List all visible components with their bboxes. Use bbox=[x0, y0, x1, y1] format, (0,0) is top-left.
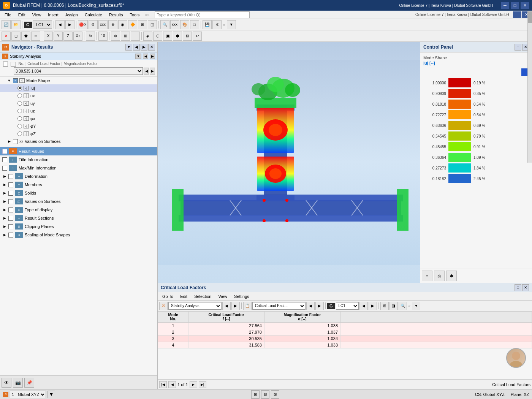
values-surfaces-checkbox[interactable] bbox=[13, 139, 18, 144]
ti-checkbox[interactable] bbox=[2, 157, 7, 162]
stability-next[interactable]: ▶ bbox=[150, 54, 155, 59]
bp-edit[interactable]: Edit bbox=[177, 293, 190, 299]
menu-assign[interactable]: Assign bbox=[62, 12, 81, 18]
cp-nav-checkbox[interactable] bbox=[8, 224, 13, 229]
stability-dropdown-arrow[interactable]: ▼ bbox=[135, 54, 141, 59]
tb2-select3[interactable]: ▣ bbox=[163, 32, 172, 41]
tb-next[interactable]: ▶ bbox=[65, 20, 74, 29]
bp-lc-next[interactable]: ▶ bbox=[369, 302, 377, 310]
cp-scale-btn[interactable]: ⚖ bbox=[434, 271, 445, 281]
bp-table-next[interactable]: ▶ bbox=[315, 302, 324, 310]
title-information-item[interactable]: T Title Information bbox=[0, 155, 157, 164]
tb-zoom1[interactable]: 🔍 bbox=[160, 20, 169, 29]
page-last[interactable]: ▶| bbox=[199, 381, 206, 388]
tb2-member[interactable]: ━ bbox=[31, 32, 40, 41]
sms-checkbox[interactable] bbox=[8, 233, 13, 238]
mm-checkbox[interactable] bbox=[2, 166, 7, 171]
scaling-mode-shapes-item[interactable]: ▶ ⇕ Scaling of Mode Shapes bbox=[0, 231, 157, 239]
mode-ux-radio[interactable] bbox=[17, 93, 22, 98]
stability-prev[interactable]: ◀ bbox=[143, 54, 148, 59]
tb-3d[interactable]: □ bbox=[190, 20, 199, 29]
mode-uy-item[interactable]: ┤ uy bbox=[0, 100, 157, 107]
bp-icon1[interactable]: ⊞ bbox=[380, 302, 389, 310]
nav-collapse[interactable]: ▼ bbox=[125, 44, 132, 51]
bp-table-icon[interactable]: 📋 bbox=[243, 302, 252, 310]
bp-goto[interactable]: Go To bbox=[159, 293, 176, 299]
nav-marker-btn[interactable]: 📌 bbox=[24, 378, 34, 388]
members-item[interactable]: ▶ ━ Members bbox=[0, 180, 157, 189]
page-prev[interactable]: ◀ bbox=[168, 381, 176, 388]
panel-minimize[interactable]: ─ bbox=[513, 11, 521, 18]
tb-settings[interactable]: ⚙ bbox=[89, 20, 98, 29]
tb2-surface[interactable]: ⬟ bbox=[21, 32, 30, 41]
tb2-size[interactable]: 10 bbox=[98, 32, 108, 41]
mode-shape-checkbox[interactable] bbox=[13, 78, 18, 83]
viewport-3d[interactable] bbox=[158, 42, 420, 283]
mode-u-item[interactable]: ┤ |u| bbox=[0, 84, 157, 92]
bp-selection[interactable]: Selection bbox=[191, 293, 214, 299]
sb-btn2[interactable]: ⊟ bbox=[261, 390, 269, 399]
mode-shape-parent[interactable]: ▼ ┤ Mode Shape bbox=[0, 77, 157, 84]
vsb-checkbox[interactable] bbox=[8, 199, 13, 204]
page-next[interactable]: ▶ bbox=[190, 381, 197, 388]
tb2-x[interactable]: X bbox=[44, 32, 53, 41]
restore-button[interactable]: □ bbox=[511, 2, 519, 9]
close-button[interactable]: ✕ bbox=[521, 2, 529, 9]
tb-zoom2[interactable]: xxx bbox=[170, 20, 179, 29]
bp-stab-next[interactable]: ▶ bbox=[231, 302, 240, 310]
mode-phiy-item[interactable]: ┤ φY bbox=[0, 122, 157, 130]
tb-icon1[interactable]: ⊕ bbox=[108, 20, 117, 29]
bp-table-selector[interactable]: Critical Load Fact... bbox=[252, 302, 306, 310]
tb-prev[interactable]: ◀ bbox=[55, 20, 65, 29]
bp-icon3[interactable]: 🔍 bbox=[399, 302, 407, 310]
bp-restore[interactable]: □ bbox=[515, 284, 521, 291]
keyword-search[interactable] bbox=[155, 11, 250, 18]
table-row[interactable]: 3 30.535 1.034 bbox=[158, 336, 532, 342]
mode-uz-item[interactable]: ┤ uz bbox=[0, 107, 157, 115]
def-checkbox[interactable] bbox=[8, 174, 13, 179]
menu-file[interactable]: File bbox=[2, 12, 14, 18]
values-surfaces-bottom[interactable]: ▶ ◫ Values on Surfaces bbox=[0, 197, 157, 206]
cp-filter-btn[interactable]: ✱ bbox=[446, 271, 457, 281]
mode-phix-radio[interactable] bbox=[17, 116, 22, 121]
td-checkbox[interactable] bbox=[8, 207, 13, 212]
deformation-item[interactable]: ▶ ~ Deformation bbox=[0, 172, 157, 180]
bp-stab-prev[interactable]: ◀ bbox=[222, 302, 231, 310]
bp-more[interactable]: ▼ bbox=[412, 302, 420, 310]
sol-checkbox[interactable] bbox=[8, 191, 13, 196]
tb-print[interactable]: 🖨 bbox=[212, 20, 222, 29]
result-sections-item[interactable]: ▶ ─ Result Sections bbox=[0, 214, 157, 222]
tb-icon3[interactable]: 🔶 bbox=[128, 20, 137, 29]
mode-prev-btn[interactable]: ◀ bbox=[144, 68, 149, 74]
rv-checkbox[interactable] bbox=[2, 149, 7, 154]
result-values-item[interactable]: ≡ Result Values bbox=[0, 147, 157, 155]
sb-btn3[interactable]: ⊠ bbox=[271, 390, 279, 399]
values-on-surfaces-tree[interactable]: ▶ xx Values on Surfaces bbox=[0, 138, 157, 145]
type-display-item[interactable]: ▶ ⊞ Type of display bbox=[0, 206, 157, 214]
bp-lc-selector[interactable]: LC1 bbox=[336, 302, 359, 310]
bp-stability-selector[interactable]: Stability Analysis bbox=[168, 302, 222, 310]
mode-u-radio[interactable] bbox=[17, 86, 22, 90]
bp-stab-icon[interactable]: S bbox=[159, 302, 168, 310]
menu-calculate[interactable]: Calculate bbox=[82, 12, 105, 18]
bp-close[interactable]: ✕ bbox=[522, 284, 529, 291]
tb-open[interactable]: 📂 bbox=[11, 20, 21, 29]
tb2-select4[interactable]: ⬢ bbox=[173, 32, 182, 41]
rs-checkbox[interactable] bbox=[8, 216, 13, 221]
tb-icon4[interactable]: ⊞ bbox=[138, 20, 147, 29]
menu-tools[interactable]: Tools bbox=[127, 12, 142, 18]
solids-item[interactable]: ▶ ◻ Solids bbox=[0, 189, 157, 197]
cp-scrollbar[interactable] bbox=[527, 42, 532, 163]
tb-new[interactable]: 🔄 bbox=[2, 20, 11, 29]
page-first[interactable]: |◀ bbox=[159, 381, 167, 388]
maxmin-item[interactable]: ↕ Max/Min Information bbox=[0, 164, 157, 172]
tb-render[interactable]: 🎨 bbox=[180, 20, 189, 29]
nav-close[interactable]: ✕ bbox=[148, 44, 155, 51]
tb-more[interactable]: ▼ bbox=[227, 20, 236, 29]
tb2-select2[interactable]: ⬡ bbox=[153, 32, 162, 41]
nav-camera-btn[interactable]: 📷 bbox=[13, 378, 23, 388]
mode-phiz-item[interactable]: ┤ φZ bbox=[0, 130, 157, 138]
table-row[interactable]: 2 27.978 1.037 bbox=[158, 329, 532, 336]
bp-icon2[interactable]: ◨ bbox=[390, 302, 398, 310]
tb2-select6[interactable]: ↩ bbox=[193, 32, 202, 41]
